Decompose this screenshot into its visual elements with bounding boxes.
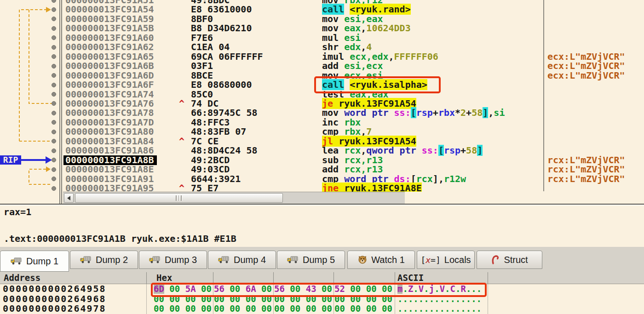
tab-watch-1[interactable]: Watch 1 (347, 251, 415, 269)
dump-truck-icon (218, 256, 230, 264)
rip-label: RIP (0, 155, 21, 165)
tab-label: Dump 4 (234, 255, 266, 265)
instruction-bytes: 75 E7 (191, 183, 218, 192)
locals-icon: [x=] (420, 255, 440, 265)
register-comment: rcx:L"mZVjVCR" (547, 165, 625, 174)
register-comment: ecx:L"mZVjVCR" (547, 61, 625, 71)
panel-border-line (61, 0, 62, 204)
instruction-bytes: 49:03CD (191, 165, 230, 174)
breakpoint-dot[interactable] (52, 92, 56, 97)
breakpoint-dot[interactable] (52, 45, 56, 50)
dump-address: 0000000000264968 (3, 294, 106, 304)
tab-dump-4[interactable]: Dump 4 (208, 251, 276, 269)
breakpoint-dot[interactable] (52, 64, 56, 69)
breakpoint-dot[interactable] (52, 83, 56, 87)
jump-up-caret: ^ (179, 137, 184, 146)
module-status-text: .text:000000013FC91A1B ryuk.exe:$1A1B #E… (4, 233, 236, 244)
left-arrow-icon (67, 196, 70, 200)
tab-label: Dump 5 (303, 255, 335, 265)
tab-struct[interactable]: Struct (477, 251, 542, 269)
instruction-bytes: 03F1 (191, 61, 213, 71)
tab-label: Locals (444, 255, 471, 265)
instruction-text: jne ryuk.13FC91A8E (322, 183, 422, 192)
info-panel: rax=1 .text:000000013FC91A1B ryuk.exe:$1… (0, 206, 644, 247)
highlight-box-dump-bytes (151, 283, 487, 297)
breakpoint-dot[interactable] (52, 111, 56, 115)
jump-up-caret: ^ (179, 99, 184, 108)
hex-byte-group: 00 00 00 00 (334, 304, 392, 314)
hex-byte-group: 00 00 00 00 (214, 304, 272, 314)
tab-dump-1[interactable]: Dump 1 (0, 251, 69, 272)
disasm-row[interactable]: 000000013FC91A95^75 E7jne ryuk.13FC91A8E (0, 183, 644, 192)
ascii-text: ................ (397, 304, 482, 314)
register-status-text: rax=1 (4, 206, 31, 217)
dump-tab-bar: Dump 1Dump 2Dump 3Dump 4Dump 5Watch 1[x=… (0, 247, 644, 272)
highlight-box-isalpha-call (314, 76, 441, 93)
breakpoint-dot[interactable] (52, 177, 56, 181)
breakpoint-dot[interactable] (52, 167, 56, 172)
dump-truck-icon (149, 256, 161, 264)
instruction-address[interactable]: 000000013FC91A8E (63, 165, 157, 174)
dump-panel[interactable]: Address Hex ASCII 00000000002649586D 00 … (0, 272, 644, 314)
register-comment: rcx:L"mZVjVCR" (547, 174, 625, 184)
dump-address: 0000000000264958 (3, 284, 106, 294)
instruction-address[interactable]: 000000013FC91A6B (63, 61, 157, 71)
dump-address: 0000000000264978 (3, 304, 106, 314)
breakpoint-dot[interactable] (52, 130, 56, 134)
scrollbar-thumb[interactable] (75, 193, 283, 203)
dog-icon (357, 255, 368, 264)
scroll-left-button[interactable] (64, 193, 74, 203)
breakpoint-dot[interactable] (52, 7, 56, 12)
dump-truck-icon (287, 256, 299, 264)
tab-locals[interactable]: [x=]Locals (417, 251, 475, 269)
scrollbar-grip-icon (176, 195, 182, 201)
instruction-address[interactable]: 000000013FC91A6F (63, 80, 157, 90)
tab-label: Dump 3 (165, 255, 197, 265)
instruction-bytes: E8 08680000 (191, 80, 252, 90)
breakpoint-dot[interactable] (52, 186, 56, 191)
dump-truck-icon (80, 256, 92, 264)
dump-row[interactable]: 000000000026497800 00 00 0000 00 00 0000… (0, 304, 644, 314)
tab-dump-5[interactable]: Dump 5 (277, 251, 345, 269)
disassembly-viewport[interactable]: 000000013FC91A5149:8BDCmov rbx,r12000000… (0, 0, 644, 192)
breakpoint-dot[interactable] (52, 148, 56, 153)
hex-byte-group: 00 00 00 00 (274, 304, 332, 314)
breakpoint-dot[interactable] (52, 26, 56, 31)
disassembly-panel: 000000013FC91A5149:8BDCmov rbx,r12000000… (0, 0, 644, 206)
tab-label: Watch 1 (371, 255, 405, 265)
column-header-ascii: ASCII (397, 273, 424, 283)
panel-border-line (59, 0, 60, 204)
horizontal-scrollbar[interactable] (63, 192, 405, 204)
register-comment: ecx:L"mZVjVCR" (547, 71, 625, 80)
tab-label: Dump 2 (96, 255, 128, 265)
dump-truck-icon (11, 257, 23, 265)
tab-label: Dump 1 (26, 256, 58, 267)
tab-dump-2[interactable]: Dump 2 (70, 251, 138, 269)
tab-label: Struct (504, 255, 528, 265)
jump-up-caret: ^ (179, 183, 184, 192)
tab-dump-3[interactable]: Dump 3 (139, 251, 207, 269)
instruction-address[interactable]: 000000013FC91A95 (63, 183, 157, 192)
struct-icon (491, 255, 500, 265)
hex-byte-group: 00 00 00 00 (154, 304, 212, 314)
column-header-hex: Hex (156, 273, 172, 283)
column-header-address: Address (4, 273, 40, 283)
comment-column-separator[interactable] (543, 0, 544, 191)
